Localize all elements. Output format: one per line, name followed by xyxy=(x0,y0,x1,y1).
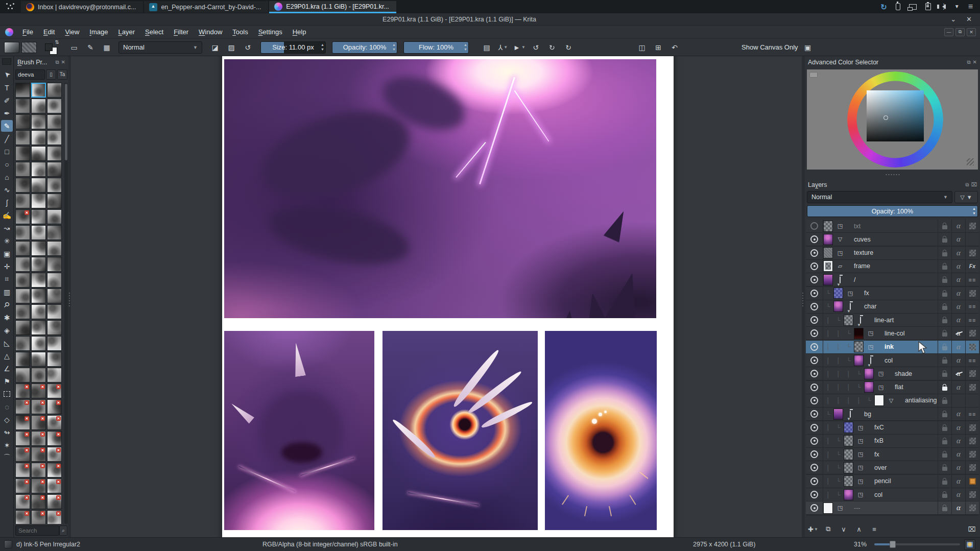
layer-row--[interactable]: ▼/α≡≡ xyxy=(806,273,979,286)
layer-row-txt[interactable]: ◳txtα xyxy=(806,220,979,233)
layer-lock-toggle[interactable] xyxy=(938,421,951,434)
pattern-chooser-button[interactable] xyxy=(21,42,37,53)
layer-visibility-toggle[interactable] xyxy=(806,448,823,461)
brush-preset-thumbnail[interactable] xyxy=(31,162,46,177)
tool-reference-images[interactable]: ⚑ xyxy=(1,375,13,387)
reload-preset-button[interactable]: ↺ xyxy=(241,41,254,54)
layer-alpha-toggle[interactable]: α xyxy=(951,448,965,461)
layer-thumbnail[interactable] xyxy=(833,301,843,312)
layer-thumbnail[interactable] xyxy=(823,274,833,285)
layer-row-fxC[interactable]: │└◳fxCα xyxy=(806,421,979,435)
clipboard-icon[interactable] xyxy=(925,3,931,10)
menu-view[interactable]: View xyxy=(60,27,84,37)
layer-lock-toggle[interactable] xyxy=(938,488,951,501)
layer-lock-toggle[interactable] xyxy=(938,354,951,367)
mirror-vertical-button[interactable]: ►▼ xyxy=(513,41,526,54)
layer-alpha-toggle[interactable]: α xyxy=(951,434,965,447)
layer-alpha-toggle[interactable]: α xyxy=(951,474,965,488)
layer-visibility-toggle[interactable] xyxy=(806,461,823,474)
spin-arrows-icon[interactable]: ▲▼ xyxy=(972,207,976,215)
layer-lock-toggle[interactable] xyxy=(938,434,951,447)
brush-preset-thumbnail[interactable] xyxy=(31,194,46,208)
tool-measure[interactable]: ∠ xyxy=(1,363,13,374)
tool-polygon[interactable]: ⌂ xyxy=(1,171,13,183)
brush-preset-thumbnail[interactable] xyxy=(47,130,62,145)
chevron-down-icon[interactable]: ▼ xyxy=(954,4,960,9)
menu-tools[interactable]: Tools xyxy=(227,27,253,37)
tool-polygonal-select[interactable]: ◇ xyxy=(1,414,13,425)
layer-badge[interactable] xyxy=(965,501,979,515)
layer-lock-toggle[interactable] xyxy=(938,367,951,380)
layer-row-pencil[interactable]: │└◳pencilα xyxy=(806,475,979,488)
brush-preset-thumbnail[interactable] xyxy=(47,257,62,272)
brush-preset-thumbnail[interactable]: ✕ xyxy=(47,384,62,398)
undo-icon[interactable]: ↺ xyxy=(529,41,542,54)
tool-smart-patch[interactable]: ✱ xyxy=(1,312,13,323)
move-layer-down-button[interactable]: ∨ xyxy=(838,523,850,535)
layer-lock-toggle[interactable] xyxy=(938,286,951,300)
brush-preset-thumbnail[interactable]: ✕ xyxy=(15,209,30,224)
brush-preset-thumbnail[interactable]: ✕ xyxy=(15,478,30,493)
brush-preset-thumbnail[interactable]: ✕ xyxy=(15,510,30,524)
brush-preset-thumbnail[interactable] xyxy=(15,130,30,145)
tool-color-sampler[interactable]: ⚲ xyxy=(0,296,15,313)
layer-blending-mode-select[interactable]: Normal ▼ xyxy=(807,191,952,203)
layer-row-over[interactable]: │└◳overα xyxy=(806,461,979,474)
tool-crop[interactable]: ⌗ xyxy=(1,273,13,285)
brush-preset-thumbnail[interactable] xyxy=(31,257,46,272)
layer-alpha-toggle[interactable]: α xyxy=(951,421,965,434)
layer-visibility-toggle[interactable] xyxy=(806,408,823,421)
brush-preset-thumbnail[interactable]: ✕ xyxy=(47,510,62,524)
menu-help[interactable]: Help xyxy=(288,27,312,37)
layer-badge[interactable]: ≡≡ xyxy=(965,300,979,313)
menu-settings[interactable]: Settings xyxy=(253,27,288,37)
layer-row-cuves[interactable]: ▽cuvesα xyxy=(806,233,979,246)
mirror-horizontal-button[interactable]: ⅄▼ xyxy=(496,41,510,54)
tool-polyline[interactable]: ∿ xyxy=(1,184,13,196)
tool-magnetic-select[interactable]: ⌒ xyxy=(1,452,13,464)
brush-preset-thumbnail[interactable] xyxy=(47,114,62,129)
brush-preset-thumbnail[interactable] xyxy=(31,352,46,367)
layer-alpha-toggle[interactable] xyxy=(951,394,965,407)
save-button[interactable]: ▤ xyxy=(480,41,493,54)
layer-lock-toggle[interactable] xyxy=(938,327,951,340)
brush-preset-thumbnail[interactable]: ✕ xyxy=(47,431,62,446)
layer-alpha-toggle[interactable]: α xyxy=(951,300,965,313)
brush-preset-thumbnail[interactable] xyxy=(47,209,62,224)
layer-badge[interactable] xyxy=(965,380,979,394)
brush-preset-thumbnail[interactable]: ✕ xyxy=(47,478,62,493)
layer-badge[interactable] xyxy=(965,394,979,407)
layer-alpha-toggle[interactable]: α xyxy=(951,246,965,259)
brush-preset-thumbnail[interactable] xyxy=(15,289,30,303)
display-icon[interactable] xyxy=(909,4,917,10)
layer-visibility-toggle[interactable] xyxy=(806,246,823,259)
brush-preset-thumbnail[interactable] xyxy=(15,146,30,161)
tool-rectangular-select[interactable] xyxy=(1,388,13,400)
zoom-slider-handle[interactable] xyxy=(890,541,896,548)
layer-visibility-toggle[interactable] xyxy=(806,273,823,286)
brush-preset-thumbnail[interactable]: ✕ xyxy=(31,510,46,524)
window-minimize-button[interactable]: ⌄ xyxy=(950,15,956,23)
delete-layer-button[interactable]: ⌧ xyxy=(966,523,978,535)
brush-presets-grid-button[interactable]: ▦ xyxy=(100,41,113,54)
tool-rectangle[interactable]: □ xyxy=(1,146,13,157)
layer-thumbnail[interactable] xyxy=(823,260,833,272)
layer-visibility-toggle[interactable] xyxy=(806,421,823,434)
brush-preset-thumbnail[interactable] xyxy=(15,241,30,256)
update-icon[interactable]: ↻ xyxy=(880,3,887,11)
brush-preset-thumbnail[interactable] xyxy=(15,304,30,319)
docker-close-icon[interactable]: ✕ xyxy=(61,59,65,65)
layer-alpha-toggle[interactable]: α xyxy=(951,259,965,273)
brush-preset-thumbnail[interactable]: ✕ xyxy=(31,431,46,446)
spin-arrows-icon[interactable]: ▲▼ xyxy=(392,42,396,53)
layer-badge[interactable] xyxy=(965,220,979,233)
tool-text[interactable]: T xyxy=(1,82,13,93)
brush-preset-thumbnail[interactable]: ✕ xyxy=(31,463,46,477)
docker-close-icon[interactable]: ⌧ xyxy=(971,182,977,188)
brush-preset-thumbnail[interactable]: ✕ xyxy=(15,431,30,446)
tool-elliptical-select[interactable]: ◌ xyxy=(1,401,13,413)
layer-thumbnail[interactable] xyxy=(864,381,874,393)
redo-icon[interactable]: ↺ xyxy=(545,41,559,54)
layer-visibility-toggle[interactable] xyxy=(806,220,823,233)
brush-preset-thumbnail[interactable] xyxy=(47,225,62,240)
